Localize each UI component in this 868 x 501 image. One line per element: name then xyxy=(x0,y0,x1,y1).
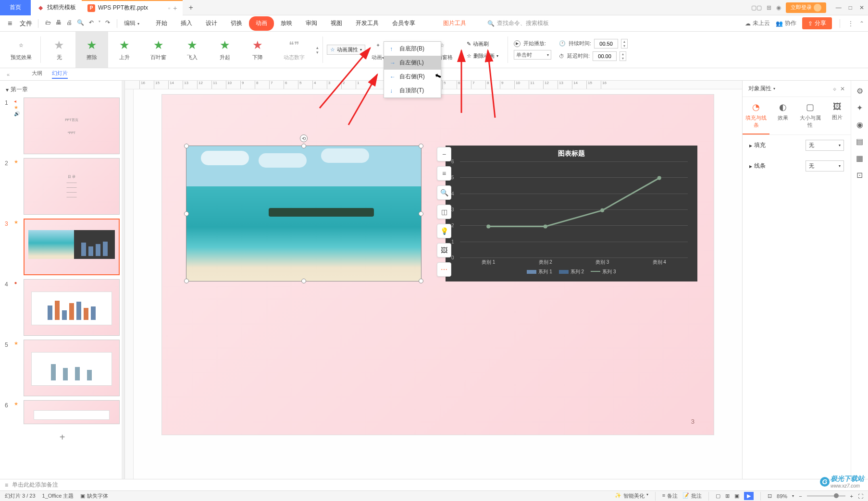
strip-sliders-icon[interactable]: ⚙ xyxy=(856,86,863,96)
rtab-fill[interactable]: ◔填充与线条 xyxy=(743,97,769,134)
slide-thumb-4[interactable]: 4 ● xyxy=(0,277,124,338)
duration-input[interactable] xyxy=(594,39,618,49)
handle-n[interactable] xyxy=(301,144,306,148)
tab-home[interactable]: 首页 xyxy=(0,0,31,15)
prop-fill[interactable]: ▸ 填充 无▾ xyxy=(743,135,851,156)
tab-start[interactable]: 开始 xyxy=(149,16,174,31)
tab-menu-icon[interactable]: ▫ xyxy=(168,5,170,12)
tab-picture-tools[interactable]: 图片工具 xyxy=(436,16,473,31)
rtab-size[interactable]: ▢大小与属性 xyxy=(797,97,824,134)
undo-icon[interactable]: ↶ xyxy=(89,19,94,28)
file-menu[interactable]: 文件 xyxy=(16,19,36,28)
pin-icon[interactable]: ⟐ xyxy=(833,86,836,92)
slide-thumb-3[interactable]: 3 ★ xyxy=(0,217,124,277)
slides-tab[interactable]: 幻灯片 xyxy=(52,70,68,79)
skin-icon[interactable]: ◉ xyxy=(776,4,781,11)
tab-design[interactable]: 设计 xyxy=(199,16,224,31)
view-sorter-icon[interactable]: ⊞ xyxy=(725,493,730,499)
strip-shape-icon[interactable]: ◉ xyxy=(856,120,863,129)
tab-member[interactable]: 会员专享 xyxy=(385,16,422,31)
canvas-area[interactable]: ⟲ 图表标题 xyxy=(134,89,742,479)
anim-brush-button[interactable]: ✎动画刷 xyxy=(463,39,502,49)
line-select[interactable]: 无▾ xyxy=(806,160,844,171)
tab-animation[interactable]: 动画 xyxy=(249,16,274,31)
collab-button[interactable]: 👥协作 xyxy=(776,19,796,27)
tab-document[interactable]: P WPS PPT教程.pptx ▫ + xyxy=(82,0,183,15)
zoom-in-icon[interactable]: + xyxy=(850,493,853,499)
tab-docer[interactable]: ◆ 找稻壳模板 xyxy=(31,0,82,15)
outline-tab[interactable]: 大纲 xyxy=(32,70,42,79)
float-bulb-icon[interactable]: 💡 xyxy=(437,224,451,238)
more-menu-icon[interactable]: ⋮ xyxy=(848,20,854,27)
handle-se[interactable] xyxy=(419,279,423,283)
anim-flyin[interactable]: ★飞入 xyxy=(176,32,209,68)
hamburger-icon[interactable]: ≡ xyxy=(4,19,16,28)
zoom-out-icon[interactable]: − xyxy=(799,493,802,499)
delete-anim-button[interactable]: ☆删除动画▾ xyxy=(463,51,502,61)
view-normal-icon[interactable]: ▢ xyxy=(716,493,720,499)
cloud-sync[interactable]: ☁未上云 xyxy=(745,19,770,27)
delay-input[interactable] xyxy=(593,51,617,61)
strip-anim-icon[interactable]: ✦ xyxy=(856,103,863,112)
tab-add[interactable]: + xyxy=(183,3,198,12)
grid-icon[interactable]: ⊞ xyxy=(767,4,771,11)
command-search[interactable]: 🔍 查找命令、搜索模板 xyxy=(487,19,549,27)
anim-number[interactable]: ❝❞动态数字 xyxy=(274,32,314,68)
close-pane-icon[interactable]: ✕ xyxy=(840,86,845,92)
notes-toggle[interactable]: ≡备注 xyxy=(662,492,678,500)
anim-none[interactable]: ★无 xyxy=(43,32,75,68)
rtab-image[interactable]: 🖼图片 xyxy=(824,97,851,134)
handle-e[interactable] xyxy=(419,211,423,216)
comments-toggle[interactable]: 📝批注 xyxy=(682,492,702,500)
tab-transition[interactable]: 切换 xyxy=(224,16,249,31)
anim-rise[interactable]: ★上升 xyxy=(108,32,141,68)
fullscreen-icon[interactable]: ⛶ xyxy=(858,493,863,499)
anim-gallery-up-icon[interactable]: ▴ xyxy=(316,45,319,50)
anim-wipe[interactable]: ★擦除 xyxy=(75,32,108,68)
slide-thumb-1[interactable]: 1 ◂★🔊 PPT首页*PPT xyxy=(0,96,124,156)
edit-menu[interactable]: 编辑 ▾ xyxy=(124,19,139,28)
tab-review[interactable]: 审阅 xyxy=(299,16,324,31)
duration-spinner[interactable]: ▴▾ xyxy=(621,39,628,49)
open-icon[interactable]: 🗁 xyxy=(45,19,51,28)
minimize-icon[interactable]: — xyxy=(836,4,842,11)
tab-developer[interactable]: 开发工具 xyxy=(349,16,385,31)
view-reading-icon[interactable]: ▣ xyxy=(734,493,739,499)
save-icon[interactable]: 🖶 xyxy=(56,19,62,28)
preview-icon[interactable]: 🔍 xyxy=(77,19,84,28)
strip-more-icon[interactable]: ⊡ xyxy=(856,171,863,180)
handle-sw[interactable] xyxy=(184,279,189,283)
float-crop-icon[interactable]: ◫ xyxy=(437,205,451,219)
close-window-icon[interactable]: ✕ xyxy=(859,4,864,11)
dropdown-from-bottom[interactable]: ↑自底部(B) xyxy=(384,42,441,56)
dropdown-from-right[interactable]: ←自右侧(R) xyxy=(384,70,441,84)
handle-s[interactable] xyxy=(301,279,306,283)
slide-thumb-2[interactable]: 2 ★ 目 录———————————— xyxy=(0,156,124,217)
float-layers-icon[interactable]: ≡ xyxy=(437,166,451,181)
collapse-left-icon[interactable]: « xyxy=(4,72,12,77)
tab-slideshow[interactable]: 放映 xyxy=(274,16,299,31)
float-minus-icon[interactable]: − xyxy=(437,147,451,161)
tab-insert[interactable]: 插入 xyxy=(174,16,199,31)
prop-line[interactable]: ▸ 线条 无▾ xyxy=(743,156,851,176)
strip-template-icon[interactable]: ▦ xyxy=(856,154,863,163)
float-replace-icon[interactable]: 🖼 xyxy=(437,243,451,257)
handle-nw[interactable] xyxy=(184,144,189,148)
float-zoom-icon[interactable]: 🔍 xyxy=(437,185,451,200)
dropdown-from-left[interactable]: →自左侧(L) xyxy=(384,56,441,70)
maximize-icon[interactable]: □ xyxy=(849,4,852,11)
handle-w[interactable] xyxy=(184,211,189,216)
slide-thumb-6[interactable]: 6 ★ xyxy=(0,398,124,426)
anim-descend[interactable]: ★下降 xyxy=(241,32,274,68)
layout-icon[interactable]: ▢▢ xyxy=(751,4,762,11)
share-button[interactable]: ⇪分享 xyxy=(802,17,832,29)
fill-select[interactable]: 无▾ xyxy=(806,140,844,151)
login-button[interactable]: 立即登录 xyxy=(786,2,826,13)
strip-layers-icon[interactable]: ▤ xyxy=(856,137,863,146)
handle-ne[interactable] xyxy=(419,144,423,148)
anim-properties-button[interactable]: ☆ 动画属性 ▾ xyxy=(327,45,365,55)
tab-view[interactable]: 视图 xyxy=(324,16,349,31)
zoom-slider[interactable] xyxy=(807,495,845,497)
beautify-button[interactable]: ✨智能美化▾ xyxy=(615,492,648,500)
section-header[interactable]: ▾ 第一章 xyxy=(0,84,124,96)
